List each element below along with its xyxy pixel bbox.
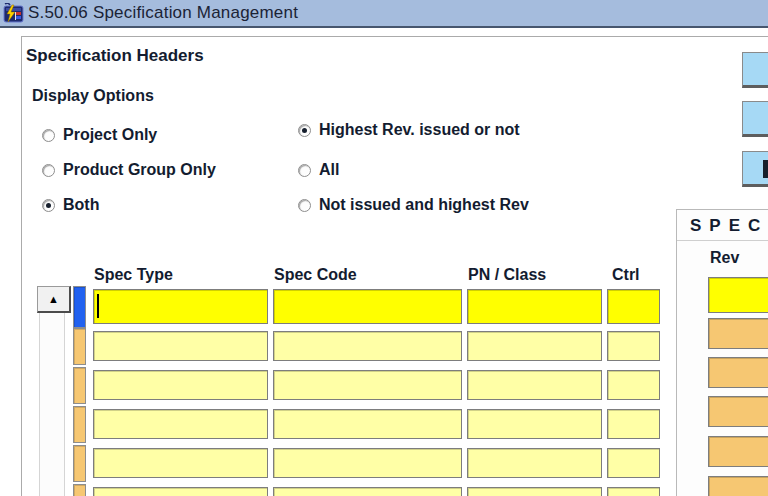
table-cell-ctrl[interactable]	[607, 331, 660, 361]
table-cell-ctrl[interactable]	[607, 409, 660, 439]
table-cell-ctrl[interactable]	[607, 289, 660, 324]
window-title: S.50.06 Specification Management	[28, 3, 298, 23]
column-header-ctrl: Ctrl	[612, 266, 640, 284]
table-cell-spec-type[interactable]	[93, 409, 268, 439]
table-cell-ctrl[interactable]	[607, 487, 660, 496]
radio-project-only[interactable]: Project Only	[42, 126, 157, 144]
column-header-pn-class: PN / Class	[468, 266, 546, 284]
radio-highest-rev-issued-or-not[interactable]: Highest Rev. issued or not	[298, 121, 520, 139]
text-cursor	[97, 294, 99, 318]
scroll-up-icon: ▲	[48, 293, 59, 305]
side-button-3[interactable]	[742, 151, 768, 187]
table-cell-spec-code[interactable]	[273, 289, 462, 324]
rev-cell[interactable]	[708, 396, 768, 427]
table-cell-spec-type[interactable]	[93, 448, 268, 478]
radio-label: Both	[63, 196, 99, 214]
app-icon	[3, 3, 24, 24]
spec-panel-title: SPEC	[690, 216, 768, 236]
column-header-rev: Rev	[710, 249, 739, 267]
rev-cell[interactable]	[708, 318, 768, 349]
radio-label: All	[319, 161, 339, 179]
radio-label: Highest Rev. issued or not	[319, 121, 520, 139]
radio-icon	[298, 199, 311, 212]
canvas-border-top	[21, 36, 768, 37]
section-title: Specification Headers	[26, 46, 204, 66]
radio-label: Product Group Only	[63, 161, 216, 179]
row-indicator[interactable]	[73, 445, 86, 482]
radio-icon	[298, 124, 311, 137]
table-cell-pn-class[interactable]	[467, 370, 602, 400]
column-header-spec-type: Spec Type	[94, 266, 173, 284]
table-cell-spec-code[interactable]	[273, 448, 462, 478]
table-cell-spec-type[interactable]	[93, 289, 268, 324]
radio-all[interactable]: All	[298, 161, 339, 179]
radio-label: Project Only	[63, 126, 157, 144]
row-indicator[interactable]	[73, 286, 86, 328]
table-cell-ctrl[interactable]	[607, 370, 660, 400]
radio-product-group-only[interactable]: Product Group Only	[42, 161, 216, 179]
radio-icon	[42, 129, 55, 142]
row-indicator[interactable]	[73, 484, 86, 496]
radio-label: Not issued and highest Rev	[319, 196, 529, 214]
table-cell-spec-type[interactable]	[93, 331, 268, 361]
table-cell-pn-class[interactable]	[467, 448, 602, 478]
partial-label-glyph	[763, 160, 768, 178]
rev-cell[interactable]	[708, 436, 768, 467]
radio-icon	[298, 164, 311, 177]
table-cell-pn-class[interactable]	[467, 409, 602, 439]
rev-cell[interactable]	[708, 357, 768, 388]
table-cell-pn-class[interactable]	[467, 289, 602, 324]
spec-panel-divider	[677, 240, 768, 241]
row-indicator[interactable]	[73, 406, 86, 443]
radio-both[interactable]: Both	[42, 196, 99, 214]
table-cell-spec-code[interactable]	[273, 370, 462, 400]
radio-icon	[42, 199, 55, 212]
radio-not-issued-and-highest-rev[interactable]: Not issued and highest Rev	[298, 196, 529, 214]
rev-cell[interactable]	[708, 277, 768, 313]
window-titlebar[interactable]: S.50.06 Specification Management	[0, 0, 768, 28]
rev-cell[interactable]	[708, 476, 768, 496]
table-cell-ctrl[interactable]	[607, 448, 660, 478]
radio-icon	[42, 164, 55, 177]
table-cell-spec-code[interactable]	[273, 331, 462, 361]
canvas-border-left	[21, 36, 22, 496]
table-cell-spec-type[interactable]	[93, 487, 268, 496]
display-options-label: Display Options	[32, 87, 154, 105]
column-header-spec-code: Spec Code	[274, 266, 357, 284]
table-cell-spec-code[interactable]	[273, 409, 462, 439]
row-indicator[interactable]	[73, 328, 86, 365]
scroll-up-button[interactable]: ▲	[37, 286, 71, 313]
table-cell-pn-class[interactable]	[467, 487, 602, 496]
side-button-2[interactable]	[742, 101, 768, 137]
table-cell-pn-class[interactable]	[467, 331, 602, 361]
side-button-1[interactable]	[742, 52, 768, 88]
scrollbar-track[interactable]	[39, 313, 65, 496]
table-cell-spec-type[interactable]	[93, 370, 268, 400]
row-indicator[interactable]	[73, 367, 86, 404]
table-cell-spec-code[interactable]	[273, 487, 462, 496]
